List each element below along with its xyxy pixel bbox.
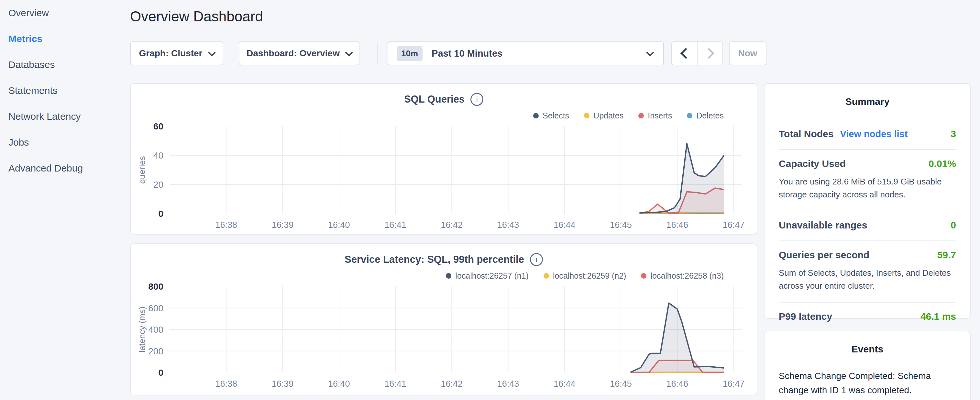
- summary-label: Queries per second: [779, 250, 869, 261]
- svg-text:40: 40: [153, 150, 163, 161]
- svg-text:60: 60: [153, 123, 163, 131]
- chart-title: Service Latency: SQL, 99th percentile: [345, 254, 524, 265]
- summary-panel: Summary Total NodesView nodes list 3 Cap…: [764, 83, 971, 319]
- summary-row-total-nodes: Total NodesView nodes list 3: [779, 120, 956, 149]
- svg-text:16:46: 16:46: [667, 379, 689, 389]
- time-range-dropdown[interactable]: 10m Past 10 Minutes: [388, 41, 664, 65]
- summary-value: 0: [951, 220, 956, 231]
- events-panel: Events Schema Change Completed: Schema c…: [764, 331, 971, 400]
- chevron-down-icon: [208, 49, 215, 56]
- sql-queries-chart-card: SQL Queries i SelectsUpdatesInsertsDelet…: [130, 83, 757, 234]
- chart-legend: localhost:26257 (n1)localhost:26259 (n2)…: [446, 271, 724, 280]
- legend-dot-icon: [641, 273, 646, 279]
- legend-label: localhost:26258 (n3): [650, 271, 724, 280]
- chart-title: SQL Queries: [404, 94, 465, 105]
- service-latency-chart: 16:3816:3916:4016:4116:4216:4316:4416:45…: [131, 283, 758, 390]
- main-content: Overview Dashboard Graph: Cluster Dashbo…: [130, 0, 757, 400]
- legend-item[interactable]: Inserts: [638, 111, 672, 120]
- summary-row-p99-latency: P99 latency 46.1 ms: [779, 302, 956, 332]
- dashboard-dropdown-label: Dashboard: Overview: [247, 48, 340, 59]
- svg-text:16:40: 16:40: [328, 220, 350, 230]
- legend-label: localhost:26257 (n1): [455, 271, 529, 280]
- summary-label: Capacity Used: [779, 158, 846, 169]
- chart-legend: SelectsUpdatesInsertsDeletes: [533, 111, 724, 120]
- info-icon[interactable]: i: [471, 93, 484, 106]
- time-window-pager: [671, 41, 723, 65]
- legend-dot-icon: [584, 113, 590, 118]
- summary-label: Total Nodes: [779, 129, 834, 139]
- sidebar-item-network-latency[interactable]: Network Latency: [0, 104, 123, 129]
- sidebar-item-metrics[interactable]: Metrics: [0, 26, 123, 52]
- legend-label: localhost:26259 (n2): [553, 271, 626, 280]
- svg-text:16:39: 16:39: [272, 220, 294, 230]
- svg-text:0: 0: [158, 368, 163, 378]
- legend-label: Inserts: [648, 111, 672, 120]
- chevron-left-icon: [680, 48, 691, 59]
- svg-text:16:42: 16:42: [441, 220, 463, 230]
- sidebar-item-advanced-debug[interactable]: Advanced Debug: [0, 155, 123, 181]
- summary-description: Sum of Selects, Updates, Inserts, and De…: [779, 266, 956, 292]
- sidebar-item-statements[interactable]: Statements: [0, 78, 123, 104]
- svg-text:16:45: 16:45: [610, 220, 632, 230]
- view-nodes-list-link[interactable]: View nodes list: [840, 129, 908, 139]
- summary-description: You are using 28.6 MiB of 515.9 GiB usab…: [779, 175, 956, 201]
- svg-text:16:44: 16:44: [554, 220, 576, 230]
- svg-text:16:41: 16:41: [384, 220, 406, 230]
- legend-item[interactable]: localhost:26258 (n3): [641, 271, 724, 280]
- summary-value: 3: [951, 129, 956, 139]
- time-range-badge: 10m: [397, 46, 423, 61]
- legend-dot-icon: [638, 113, 644, 118]
- dashboard-dropdown[interactable]: Dashboard: Overview: [239, 41, 360, 65]
- legend-label: Deletes: [696, 111, 724, 120]
- toolbar: Graph: Cluster Dashboard: Overview 10m P…: [130, 41, 757, 65]
- summary-label: Unavailable ranges: [779, 220, 867, 231]
- svg-text:800: 800: [148, 283, 163, 292]
- svg-text:latency (ms): latency (ms): [137, 306, 147, 352]
- svg-text:16:43: 16:43: [497, 379, 519, 389]
- events-panel-title: Events: [765, 344, 970, 355]
- svg-text:16:38: 16:38: [215, 220, 237, 230]
- sidebar-item-databases[interactable]: Databases: [0, 52, 123, 78]
- time-back-button[interactable]: [672, 42, 698, 65]
- svg-text:600: 600: [148, 303, 163, 313]
- legend-label: Selects: [542, 111, 569, 120]
- legend-label: Updates: [593, 111, 624, 120]
- sql-queries-chart: 16:3816:3916:4016:4116:4216:4316:4416:45…: [131, 123, 758, 230]
- sidebar-item-overview[interactable]: Overview: [0, 0, 123, 26]
- db-console-app: Overview Metrics Databases Statements Ne…: [0, 0, 980, 400]
- summary-row-capacity-used: Capacity Used 0.01% You are using 28.6 M…: [779, 149, 956, 211]
- svg-text:20: 20: [153, 180, 163, 190]
- legend-dot-icon: [687, 113, 692, 118]
- legend-item[interactable]: localhost:26257 (n1): [446, 271, 529, 280]
- svg-text:16:42: 16:42: [441, 379, 463, 389]
- summary-value: 0.01%: [929, 158, 956, 169]
- svg-text:0: 0: [158, 209, 163, 219]
- page-title: Overview Dashboard: [130, 8, 263, 25]
- summary-label: P99 latency: [779, 311, 832, 322]
- summary-row-queries-per-second: Queries per second 59.7 Sum of Selects, …: [779, 241, 956, 302]
- legend-item[interactable]: localhost:26259 (n2): [544, 271, 626, 280]
- time-forward-button[interactable]: [698, 42, 722, 65]
- svg-text:16:43: 16:43: [497, 220, 519, 230]
- summary-value: 46.1 ms: [921, 311, 956, 322]
- legend-item[interactable]: Selects: [533, 111, 569, 120]
- svg-text:16:47: 16:47: [723, 220, 745, 230]
- legend-item[interactable]: Deletes: [687, 111, 724, 120]
- svg-text:16:47: 16:47: [723, 379, 745, 389]
- legend-item[interactable]: Updates: [584, 111, 624, 120]
- graph-dropdown[interactable]: Graph: Cluster: [130, 41, 223, 65]
- svg-text:16:39: 16:39: [272, 379, 294, 389]
- graph-dropdown-label: Graph: Cluster: [139, 48, 202, 59]
- toolbar-divider: [377, 43, 377, 64]
- legend-dot-icon: [544, 273, 549, 279]
- svg-text:16:46: 16:46: [667, 220, 689, 230]
- legend-dot-icon: [446, 273, 451, 279]
- time-range-label: Past 10 Minutes: [431, 48, 503, 59]
- service-latency-chart-card: Service Latency: SQL, 99th percentile i …: [130, 243, 757, 395]
- sidebar-item-jobs[interactable]: Jobs: [0, 129, 123, 155]
- svg-text:16:44: 16:44: [554, 379, 576, 389]
- svg-text:16:45: 16:45: [610, 379, 632, 389]
- info-icon[interactable]: i: [530, 253, 543, 266]
- now-button[interactable]: Now: [729, 41, 767, 65]
- legend-dot-icon: [533, 113, 539, 118]
